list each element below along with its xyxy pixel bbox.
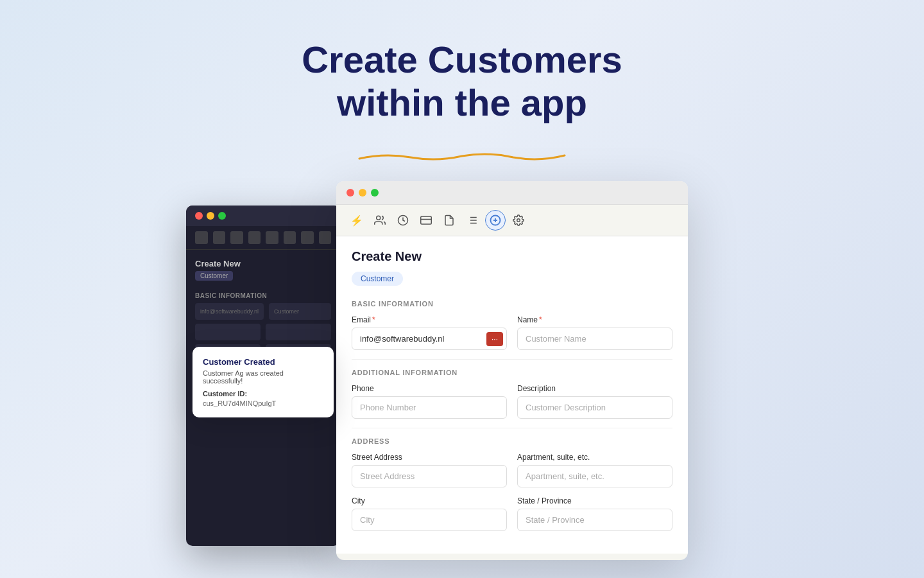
address-section-label: ADDRESS xyxy=(352,437,672,445)
notification-card: Customer Created Customer Ag was created… xyxy=(193,347,334,417)
phone-description-row: Phone Description xyxy=(352,384,672,419)
email-field-group: Email* ··· xyxy=(352,315,507,350)
basic-info-section-label: BASIC INFORMATION xyxy=(352,300,672,308)
bg-close-dot xyxy=(195,212,203,220)
email-name-row: Email* ··· Name* xyxy=(352,315,672,350)
notification-title: Customer Created xyxy=(203,357,323,367)
description-label: Description xyxy=(517,384,672,393)
bg-email-field: info@softwarebuddy.nl xyxy=(195,303,264,320)
bg-desc-field xyxy=(266,324,331,340)
email-required: * xyxy=(372,315,375,324)
name-required: * xyxy=(539,315,542,324)
bg-phone-field xyxy=(195,324,261,340)
customer-id-value: cus_RU7d4MINQpuIgT xyxy=(203,399,323,407)
toolbar-users-icon[interactable] xyxy=(370,210,390,231)
bg-toolbar xyxy=(186,226,340,250)
state-label: State / Province xyxy=(517,496,672,505)
apartment-input[interactable] xyxy=(517,465,672,487)
main-minimize-dot[interactable] xyxy=(359,189,366,197)
main-toolbar: ⚡ xyxy=(336,205,688,236)
description-field-group: Description xyxy=(517,384,672,419)
name-field-group: Name* xyxy=(517,315,672,350)
email-input[interactable] xyxy=(352,328,507,350)
toolbar-add-icon[interactable] xyxy=(485,210,506,231)
decorative-squiggle xyxy=(353,151,571,162)
toolbar-lightning-icon[interactable]: ⚡ xyxy=(346,210,367,231)
notification-message: Customer Ag was created successfully! xyxy=(203,369,323,385)
svg-point-13 xyxy=(517,219,520,222)
bg-basic-section: BASIC INFORMATION xyxy=(195,292,331,299)
street-field-group: Street Address xyxy=(352,453,507,487)
state-input[interactable] xyxy=(517,509,672,531)
email-input-wrapper: ··· xyxy=(352,328,507,350)
apartment-label: Apartment, suite, etc. xyxy=(517,453,672,462)
street-label: Street Address xyxy=(352,453,507,462)
svg-point-0 xyxy=(377,216,381,220)
phone-input[interactable] xyxy=(352,396,507,419)
toolbar-list-icon[interactable] xyxy=(462,210,483,231)
apartment-field-group: Apartment, suite, etc. xyxy=(517,453,672,487)
bg-name-field: Customer xyxy=(269,303,331,320)
hero-line1: Create Customers xyxy=(302,39,622,80)
type-badge: Customer xyxy=(352,272,403,286)
email-label: Email* xyxy=(352,315,507,324)
section-divider-1 xyxy=(352,359,672,360)
additional-info-section-label: ADDITIONAL INFORMATION xyxy=(352,369,672,376)
toolbar-doc-icon[interactable] xyxy=(439,210,459,231)
email-action-button[interactable]: ··· xyxy=(486,332,503,346)
phone-label: Phone xyxy=(352,384,507,393)
customer-id-label: Customer ID: xyxy=(203,390,323,398)
state-field-group: State / Province xyxy=(517,496,672,531)
svg-rect-2 xyxy=(421,216,432,224)
toolbar-settings-icon[interactable] xyxy=(508,210,529,231)
city-state-row: City State / Province xyxy=(352,496,672,531)
city-field-group: City xyxy=(352,496,507,531)
section-divider-2 xyxy=(352,428,672,428)
city-label: City xyxy=(352,496,507,505)
hero-line2: within the app xyxy=(337,82,587,123)
toolbar-clock-icon[interactable] xyxy=(393,210,413,231)
bg-minimize-dot xyxy=(207,212,214,220)
name-input[interactable] xyxy=(517,328,672,350)
form-content: Create New Customer BASIC INFORMATION Em… xyxy=(336,236,688,554)
main-form-window: ⚡ Create New Customer BASIC INFORMATION xyxy=(336,181,688,560)
toolbar-card-icon[interactable] xyxy=(416,210,436,231)
hero-section: Create Customers within the app xyxy=(237,39,687,124)
phone-field-group: Phone xyxy=(352,384,507,419)
form-title: Create New xyxy=(352,249,672,264)
name-label: Name* xyxy=(517,315,672,324)
street-apartment-row: Street Address Apartment, suite, etc. xyxy=(352,453,672,487)
main-titlebar xyxy=(336,181,688,205)
bg-maximize-dot xyxy=(218,212,226,220)
street-input[interactable] xyxy=(352,465,507,487)
main-maximize-dot[interactable] xyxy=(371,189,379,197)
bg-customer-badge: Customer xyxy=(195,271,233,281)
main-close-dot[interactable] xyxy=(346,189,354,197)
city-input[interactable] xyxy=(352,509,507,531)
description-input[interactable] xyxy=(517,396,672,419)
bg-create-new-label: Create New xyxy=(195,259,331,268)
